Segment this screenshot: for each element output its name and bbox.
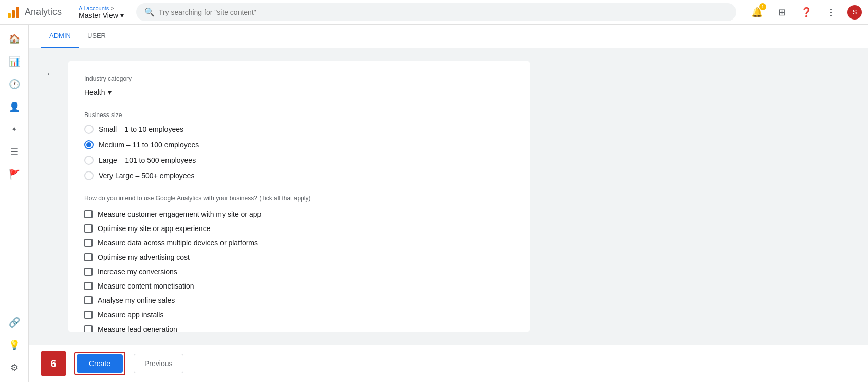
svg-rect-2 [16, 7, 19, 18]
radio-label-medium: Medium – 11 to 100 employees [99, 141, 199, 149]
checkbox-label-5: Increase my conversions [98, 268, 177, 276]
sidebar-item-acquisition[interactable]: ✦ [4, 119, 25, 140]
tab-user[interactable]: USER [79, 25, 114, 48]
sidebar-item-insights[interactable]: 💡 [4, 335, 25, 355]
radio-circle-small [84, 125, 94, 134]
business-size-label: Business size [84, 111, 514, 119]
sidebar-item-home[interactable]: 🏠 [4, 29, 25, 49]
checkbox-box-3 [84, 239, 93, 247]
notification-badge: 1 [759, 3, 766, 10]
topbar-icons: 🔔 1 ⊞ ❓ ⋮ S [749, 4, 862, 21]
checkbox-label-6: Measure content monetisation [98, 282, 194, 290]
checkbox-content-monetisation[interactable]: Measure content monetisation [84, 282, 514, 290]
radio-small[interactable]: Small – 1 to 10 employees [84, 125, 514, 134]
checkbox-increase-conversions[interactable]: Increase my conversions [84, 268, 514, 276]
radio-dot-medium [86, 142, 91, 147]
checkbox-label-3: Measure data across multiple devices or … [98, 239, 258, 247]
industry-category-label: Industry category [84, 75, 514, 82]
checkbox-online-sales[interactable]: Analyse my online sales [84, 296, 514, 304]
radio-circle-medium [84, 140, 94, 149]
sidebar-item-share[interactable]: 🔗 [4, 312, 25, 333]
checkbox-box-6 [84, 282, 93, 290]
avatar[interactable]: S [847, 5, 862, 20]
main-content: ADMIN USER ← Industry category Health ▾ [29, 25, 868, 382]
checkbox-box-4 [84, 253, 93, 261]
checkbox-label-9: Measure lead generation [98, 325, 177, 332]
tabs: ADMIN USER [29, 25, 868, 48]
help-button[interactable]: ❓ [798, 4, 815, 21]
account-nav: All accounts > Master View ▾ [72, 5, 124, 20]
all-accounts-link[interactable]: All accounts > [79, 5, 124, 11]
dropdown-chevron-icon: ▾ [108, 88, 112, 97]
sidebar-item-audience[interactable]: 👤 [4, 97, 25, 117]
content-area: ← Industry category Health ▾ Business si… [29, 48, 868, 345]
checkbox-label-1: Measure customer engagement with my site… [98, 210, 261, 218]
radio-circle-large [84, 156, 94, 165]
search-input[interactable] [159, 8, 728, 16]
checkbox-measure-engagement[interactable]: Measure customer engagement with my site… [84, 210, 514, 218]
checkbox-box-8 [84, 311, 93, 319]
sidebar-item-dashboard[interactable]: 📊 [4, 51, 25, 72]
sidebar-item-settings[interactable]: ⚙ [4, 357, 25, 378]
sidebar: 🏠 📊 🕐 👤 ✦ ☰ 🚩 🔗 💡 ⚙ [0, 25, 29, 382]
checkbox-box-7 [84, 296, 93, 304]
checkbox-measure-data[interactable]: Measure data across multiple devices or … [84, 239, 514, 247]
form-card: Industry category Health ▾ Business size… [68, 61, 530, 332]
create-button[interactable]: Create [77, 354, 123, 373]
search-bar[interactable]: 🔍 [136, 3, 736, 21]
checkbox-label-4: Optimise my advertising cost [98, 253, 190, 261]
sidebar-item-conversions[interactable]: 🚩 [4, 164, 25, 185]
back-panel: ← [41, 61, 60, 332]
bottom-bar: 6 Create Previous [29, 345, 868, 382]
logo-icon [6, 5, 21, 20]
checkbox-box-9 [84, 325, 93, 332]
topbar: Analytics All accounts > Master View ▾ 🔍… [0, 0, 868, 25]
radio-circle-very-large [84, 171, 94, 180]
checkbox-app-installs[interactable]: Measure app installs [84, 311, 514, 319]
step-badge: 6 [41, 351, 66, 376]
checkbox-optimise-experience[interactable]: Optimise my site or app experience [84, 224, 514, 233]
radio-very-large[interactable]: Very Large – 500+ employees [84, 171, 514, 180]
radio-label-very-large: Very Large – 500+ employees [99, 171, 194, 180]
svg-rect-1 [12, 10, 15, 18]
tab-admin[interactable]: ADMIN [41, 25, 79, 48]
checkbox-box-2 [84, 224, 93, 233]
business-size-radio-group: Small – 1 to 10 employees Medium – 11 to… [84, 125, 514, 180]
main-layout: 🏠 📊 🕐 👤 ✦ ☰ 🚩 🔗 💡 ⚙ ADMIN USER ← [0, 25, 868, 382]
radio-label-small: Small – 1 to 10 employees [99, 125, 183, 133]
search-icon: 🔍 [144, 7, 155, 17]
back-button[interactable]: ← [41, 65, 60, 83]
intent-question: How do you intend to use Google Analytic… [84, 195, 514, 202]
industry-dropdown[interactable]: Health ▾ [84, 86, 112, 99]
more-button[interactable]: ⋮ [823, 4, 839, 21]
radio-medium[interactable]: Medium – 11 to 100 employees [84, 140, 514, 149]
notification-button[interactable]: 🔔 1 [749, 4, 765, 21]
sidebar-bottom: 🔗 💡 ⚙ [4, 312, 25, 378]
create-button-wrapper: Create [74, 352, 125, 375]
checkbox-group: Measure customer engagement with my site… [84, 210, 514, 332]
svg-rect-0 [8, 13, 11, 18]
checkbox-label-2: Optimise my site or app experience [98, 224, 210, 233]
app-logo: Analytics [6, 5, 66, 20]
checkbox-box-1 [84, 210, 93, 218]
app-title: Analytics [25, 7, 62, 17]
master-view-dropdown[interactable]: Master View ▾ [79, 11, 124, 20]
checkbox-lead-generation[interactable]: Measure lead generation [84, 325, 514, 332]
checkbox-box-5 [84, 268, 93, 276]
sidebar-item-behavior[interactable]: ☰ [4, 142, 25, 162]
previous-button[interactable]: Previous [134, 354, 183, 373]
checkbox-label-8: Measure app installs [98, 311, 163, 319]
checkbox-label-7: Analyse my online sales [98, 296, 175, 304]
apps-button[interactable]: ⊞ [773, 4, 790, 21]
radio-label-large: Large – 101 to 500 employees [99, 156, 196, 164]
sidebar-item-realtime[interactable]: 🕐 [4, 74, 25, 94]
checkbox-optimise-advertising[interactable]: Optimise my advertising cost [84, 253, 514, 261]
radio-large[interactable]: Large – 101 to 500 employees [84, 156, 514, 165]
industry-value: Health [84, 88, 105, 97]
